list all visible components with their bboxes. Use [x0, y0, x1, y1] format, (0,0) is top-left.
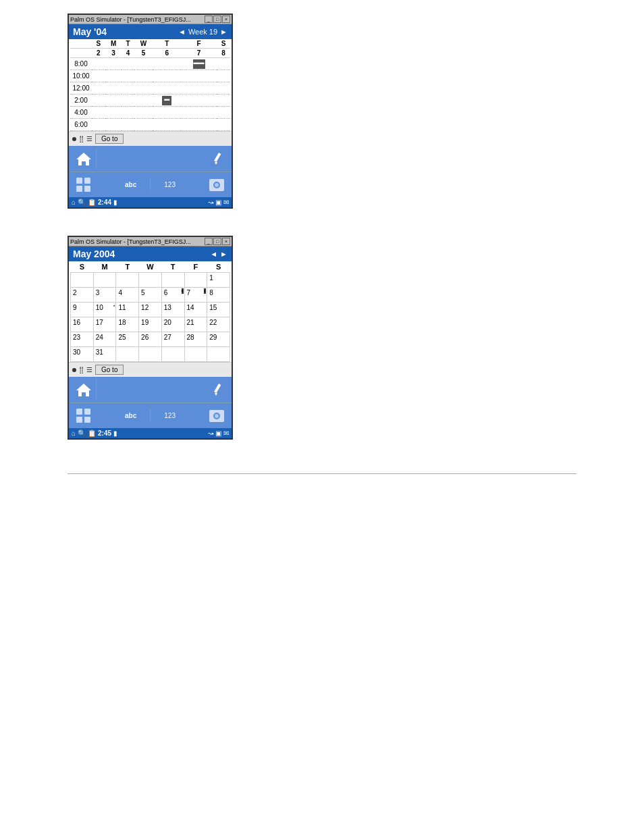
dotted-grid-icon[interactable]: ⣿	[79, 135, 84, 142]
cell-fri-400[interactable]	[181, 107, 217, 119]
search-status-icon-month[interactable]: 🔍	[78, 429, 86, 437]
cell-fri-600[interactable]	[181, 119, 217, 131]
month-cell-empty-9[interactable]	[161, 347, 184, 362]
month-cell-empty-2[interactable]	[93, 273, 116, 288]
prev-month-btn[interactable]: ◄	[210, 250, 217, 258]
cell-sat-400[interactable]	[217, 107, 230, 119]
goto-button-month[interactable]: Go to	[95, 365, 124, 375]
cell-fri-800[interactable]: ▬▬	[181, 58, 217, 70]
prev-week-btn[interactable]: ◄	[178, 28, 186, 36]
cell-wed-800[interactable]	[134, 58, 153, 70]
month-cell-22[interactable]: 22	[207, 317, 230, 332]
month-cell-empty-4[interactable]	[139, 273, 162, 288]
cell-sun-800[interactable]	[92, 58, 105, 70]
list-icon-month[interactable]: ☰	[86, 366, 92, 373]
cell-mon-1000[interactable]	[105, 70, 122, 82]
cell-mon-200[interactable]	[105, 95, 122, 107]
month-cell-28[interactable]: 28	[184, 332, 207, 347]
month-cell-18[interactable]: 18	[116, 317, 139, 332]
maximize-btn[interactable]: □	[213, 16, 221, 23]
list-icon[interactable]: ☰	[86, 135, 92, 142]
month-cell-7[interactable]: 7▪	[184, 288, 207, 303]
apps-icon-month[interactable]	[74, 407, 93, 425]
cell-fri-1000[interactable]	[181, 70, 217, 82]
next-week-btn[interactable]: ►	[220, 28, 227, 36]
cell-thu-400[interactable]	[153, 107, 180, 119]
cell-sun-1200[interactable]	[92, 82, 105, 95]
month-cell-24[interactable]: 24	[93, 332, 116, 347]
cell-mon-1200[interactable]	[105, 82, 122, 95]
cell-mon-600[interactable]	[105, 119, 122, 131]
cell-sat-1200[interactable]	[217, 82, 230, 95]
month-cell-26[interactable]: 26	[139, 332, 162, 347]
home-icon[interactable]	[74, 149, 93, 168]
month-cell-empty-10[interactable]	[184, 347, 207, 362]
month-cell-8[interactable]: 8	[207, 288, 230, 303]
month-cell-4[interactable]: 4	[116, 288, 139, 303]
cell-fri-1200[interactable]	[181, 82, 217, 95]
cell-thu-1200[interactable]	[153, 82, 180, 95]
goto-button[interactable]: Go to	[95, 134, 124, 144]
cell-tue-800[interactable]	[122, 58, 134, 70]
month-cell-17[interactable]: 17	[93, 317, 116, 332]
home-status-icon[interactable]: ⌂	[72, 199, 76, 206]
cell-sun-200[interactable]	[92, 95, 105, 107]
month-cell-14[interactable]: 14	[184, 303, 207, 317]
cell-tue-200[interactable]	[122, 95, 134, 107]
minimize-btn[interactable]: _	[205, 16, 213, 23]
cell-sun-600[interactable]	[92, 119, 105, 131]
cell-tue-1000[interactable]	[122, 70, 134, 82]
month-cell-29[interactable]: 29	[207, 332, 230, 347]
apps-icon[interactable]	[74, 176, 93, 194]
cell-tue-600[interactable]	[122, 119, 134, 131]
month-cell-30[interactable]: 30	[71, 347, 94, 362]
photo-icon[interactable]	[207, 176, 226, 194]
month-cell-31[interactable]: 31	[93, 347, 116, 362]
month-cell-9[interactable]: 9	[71, 303, 94, 317]
cell-thu-600[interactable]	[153, 119, 180, 131]
close-btn-month[interactable]: ×	[222, 238, 230, 245]
minimize-btn-month[interactable]: _	[205, 238, 213, 245]
cell-thu-200[interactable]: ▬	[153, 95, 180, 107]
pen-icon-month[interactable]	[207, 380, 226, 399]
memo-status-icon-month[interactable]: 📋	[88, 429, 96, 437]
search-status-icon[interactable]: 🔍	[78, 199, 86, 206]
month-cell-11[interactable]: 11	[116, 303, 139, 317]
month-cell-2[interactable]: 2	[71, 288, 94, 303]
month-cell-27[interactable]: 27	[161, 332, 184, 347]
pen-icon[interactable]	[207, 149, 226, 168]
cell-mon-800[interactable]	[105, 58, 122, 70]
maximize-btn-month[interactable]: □	[213, 238, 221, 245]
month-cell-25[interactable]: 25	[116, 332, 139, 347]
cell-mon-400[interactable]	[105, 107, 122, 119]
cell-sun-1000[interactable]	[92, 70, 105, 82]
month-cell-23[interactable]: 23	[71, 332, 94, 347]
cell-sat-200[interactable]	[217, 95, 230, 107]
month-cell-10[interactable]: 10▪	[93, 303, 116, 317]
cell-tue-1200[interactable]	[122, 82, 134, 95]
month-cell-5[interactable]: 5	[139, 288, 162, 303]
month-cell-20[interactable]: 20	[161, 317, 184, 332]
month-cell-empty-5[interactable]	[161, 273, 184, 288]
cell-wed-600[interactable]	[134, 119, 153, 131]
cell-thu-800[interactable]	[153, 58, 180, 70]
close-btn[interactable]: ×	[222, 16, 230, 23]
month-cell-empty-11[interactable]	[207, 347, 230, 362]
cell-sun-400[interactable]	[92, 107, 105, 119]
month-cell-19[interactable]: 19	[139, 317, 162, 332]
month-cell-empty-7[interactable]	[116, 347, 139, 362]
month-cell-empty-3[interactable]	[116, 273, 139, 288]
month-cell-empty-8[interactable]	[139, 347, 162, 362]
home-icon-month[interactable]	[74, 380, 93, 399]
home-status-icon-month[interactable]: ⌂	[72, 429, 76, 437]
month-cell-empty-1[interactable]	[71, 273, 94, 288]
cell-thu-1000[interactable]	[153, 70, 180, 82]
cell-sat-600[interactable]	[217, 119, 230, 131]
memo-status-icon[interactable]: 📋	[88, 199, 96, 206]
cell-sat-1000[interactable]	[217, 70, 230, 82]
month-cell-15[interactable]: 15	[207, 303, 230, 317]
next-month-btn[interactable]: ►	[220, 250, 227, 258]
dotted-grid-icon-month[interactable]: ⣿	[79, 366, 84, 373]
cell-sat-800[interactable]	[217, 58, 230, 70]
cell-wed-400[interactable]	[134, 107, 153, 119]
